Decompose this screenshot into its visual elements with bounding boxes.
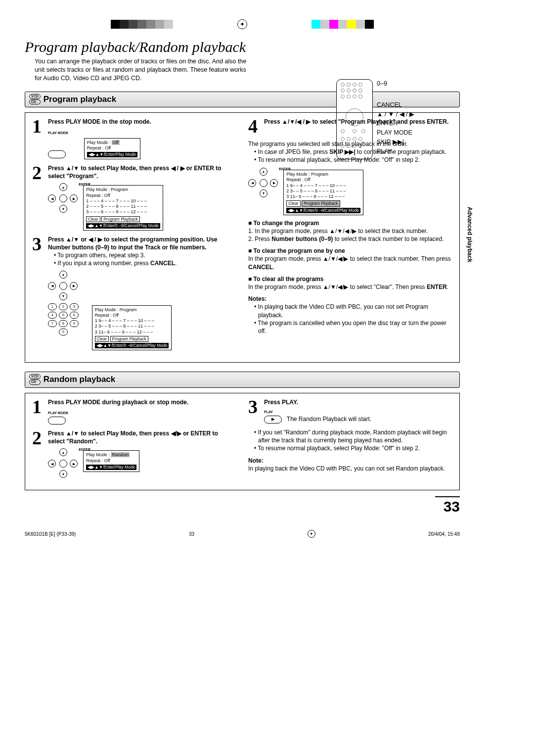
button-label: PLAY MODE	[48, 411, 68, 415]
disc-type-icon: VCD CD	[29, 94, 41, 105]
remote-label: CANCEL	[377, 100, 450, 110]
step-number: 4	[248, 118, 261, 135]
footer-left: 5K60101B [E] (P33-39)	[25, 531, 76, 537]
step-1: 1 Press PLAY MODE in the stop mode. PLAY…	[32, 118, 236, 159]
bullet: • If you set "Random" during playback mo…	[254, 428, 452, 444]
step-number: 1	[32, 398, 45, 425]
paragraph: 1. In the program mode, press ▲/▼/◀ /▶ t…	[248, 227, 452, 235]
button-label: PLAY MODE	[48, 131, 68, 135]
random-playback-box: 1 Press PLAY MODE during playback or sto…	[25, 393, 460, 491]
dpad-icon: ▲▼ ◀▶	[48, 271, 78, 300]
disc-type-icon: VCD CD	[29, 374, 41, 385]
step-4: 4 Press ▲/▼/◀ / ▶ to select "Program Pla…	[248, 118, 452, 135]
notes-heading: Note:	[248, 457, 452, 465]
paragraph: The programs you selected will start to …	[248, 140, 452, 148]
bullet: • In case of JPEG file, press SKIP ▶▶| t…	[254, 148, 452, 156]
dpad-icon: ▲▼ ◀▶ ENTER	[48, 448, 78, 478]
sub-heading: To change the program	[248, 219, 452, 227]
playmode-button-icon	[48, 150, 66, 158]
numpad-icon: 123 456 789 0	[48, 303, 79, 337]
step-number: 3	[248, 398, 261, 424]
osd-panel: Play Mode : Program Repeat : Off 1 9– – …	[92, 305, 172, 351]
registration-mark-icon: ✦	[237, 19, 247, 29]
sub-heading: To clear the program one by one	[248, 247, 452, 255]
osd-panel: Play Mode : Off Repeat : Off ◀▶▲▼/Enter/…	[84, 138, 140, 159]
dpad-icon: ▲▼ ◀▶ ENTER	[48, 183, 78, 213]
print-footer: 5K60101B [E] (P33-39) 33 ✦ 20/4/04, 15:4…	[25, 530, 460, 538]
step-number: 2	[32, 429, 45, 478]
page-title: Program playback/Random playback	[25, 39, 460, 55]
section-title: Random playback	[44, 375, 116, 384]
remote-label: 0–9	[377, 79, 450, 89]
program-playback-box: Advanced playback 1 Press PLAY MODE in t…	[25, 112, 460, 363]
step-3: 3 Press ▲/▼ or ◀ / ▶ to select the progr…	[32, 236, 236, 350]
note-item: • The program is cancelled when you open…	[254, 319, 452, 335]
step-2: 2 Press ▲/▼ to select Play Mode, then pr…	[32, 429, 236, 478]
sub-heading: To clear all the programs	[248, 275, 452, 283]
intro-text: You can arrange the playback order of tr…	[35, 57, 247, 83]
note-item: In playing back the Video CD with PBC, y…	[248, 465, 452, 472]
bullet: • If you input a wrong number, press CAN…	[54, 259, 236, 267]
step-heading: Press PLAY MODE in the stop mode.	[48, 118, 236, 126]
note-item: • In playing back the Video CD with PBC,…	[254, 303, 452, 319]
registration-mark-icon: ✦	[308, 530, 315, 538]
bullet: • To program others, repeat step 3.	[54, 251, 236, 259]
footer-mid: 33	[189, 531, 194, 537]
step-number: 3	[32, 236, 45, 350]
step-number: 2	[32, 164, 45, 231]
notes-heading: Notes:	[248, 295, 452, 303]
step-1: 1 Press PLAY MODE during playback or sto…	[32, 398, 236, 425]
osd-panel: Play Mode : Random Repeat : Off ◀▶▲▼/Ent…	[83, 450, 139, 472]
playmode-button-icon	[48, 417, 66, 425]
step-3: 3 Press PLAY. PLAY ▶ The Random Playback…	[248, 398, 452, 424]
printer-color-bar: ✦	[25, 20, 460, 29]
step-heading: Press ▲/▼ or ◀ / ▶ to select the program…	[48, 236, 236, 251]
paragraph: In the program mode, press ▲/▼/◀/▶ to se…	[248, 255, 452, 271]
paragraph: The Random Playback will start.	[287, 416, 371, 423]
step-heading: Press ▲/▼ to select Play Mode, then pres…	[48, 429, 236, 445]
page-number: 33	[435, 496, 460, 515]
osd-panel: Play Mode : Program Repeat : Off 1 9– – …	[283, 170, 363, 215]
bullet: • To resume normal playback, select Play…	[254, 156, 452, 164]
step-number: 1	[32, 118, 45, 159]
paragraph: 2. Press Number buttons (0–9) to select …	[248, 235, 452, 243]
osd-panel: Play Mode : Program Repeat : Off 1 – – –…	[83, 185, 163, 231]
step-heading: Press ▲/▼/◀ / ▶ to select "Program Playb…	[264, 118, 452, 126]
bullet: • To resume normal playback, select Play…	[254, 444, 452, 452]
section-header-random: VCD CD Random playback	[25, 372, 460, 388]
step-heading: Press PLAY.	[264, 398, 452, 406]
button-label: PLAY	[264, 410, 273, 414]
play-button-icon: ▶	[264, 416, 282, 424]
step-heading: Press ▲/▼ to select Play Mode, then pres…	[48, 164, 236, 180]
step-heading: Press PLAY MODE during playback or stop …	[48, 398, 236, 406]
footer-right: 20/4/04, 15:48	[428, 531, 460, 537]
section-title: Program playback	[44, 94, 116, 104]
step-2: 2 Press ▲/▼ to select Play Mode, then pr…	[32, 164, 236, 231]
dpad-icon: ▲▼ ◀▶ ENTER	[248, 168, 278, 197]
paragraph: In the program mode, press ▲/▼/◀/▶ to se…	[248, 283, 452, 291]
side-tab-label: Advanced playback	[466, 207, 473, 262]
